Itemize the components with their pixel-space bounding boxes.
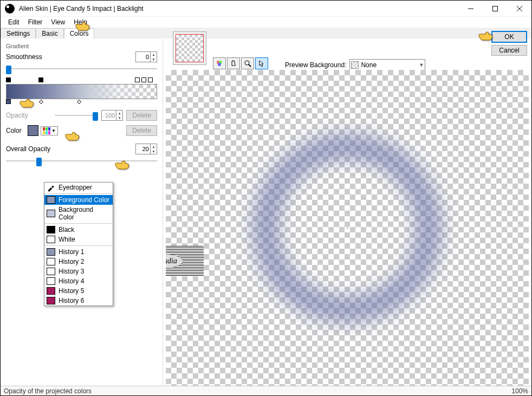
- opacity-delete-button: Delete: [126, 110, 157, 121]
- left-panel: Gradient Smoothness ▲▼: [1, 38, 163, 386]
- menu-black[interactable]: Black: [44, 225, 113, 235]
- svg-point-6: [218, 63, 221, 66]
- menu-history-3[interactable]: History 3: [44, 267, 113, 276]
- preview-bg-label: Preview Background:: [285, 61, 346, 69]
- opacity-input: [102, 112, 116, 119]
- tab-strip: Settings Basic Colors: [1, 28, 531, 38]
- tool-zoom[interactable]: [241, 57, 254, 69]
- color-dropdown-popup: Eyedropper Foreground Color Background C…: [44, 182, 113, 306]
- tool-color-picker[interactable]: [213, 57, 226, 69]
- overall-opacity-slider[interactable]: [6, 157, 157, 165]
- opacity-spinner[interactable]: ▲▼: [101, 110, 123, 121]
- svg-line-8: [249, 64, 251, 67]
- minimize-button[interactable]: [458, 1, 483, 17]
- spin-up-icon[interactable]: ▲: [151, 52, 157, 57]
- svg-rect-1: [492, 6, 497, 11]
- close-button[interactable]: [507, 1, 531, 17]
- menu-view[interactable]: View: [47, 17, 69, 27]
- menu-edit[interactable]: Edit: [4, 17, 24, 27]
- preview-topbar: Preview Background: None ▼ OK Cancel: [163, 38, 531, 66]
- preview-canvas[interactable]: ⬝ claudia: [166, 70, 529, 386]
- window-title: Alien Skin | Eye Candy 5 Impact | Backli…: [19, 5, 458, 12]
- menu-filter[interactable]: Filter: [24, 17, 47, 27]
- zoom-level: 100%: [511, 387, 528, 395]
- color-label: Color: [6, 127, 28, 134]
- preview-thumbnail[interactable]: [173, 31, 206, 65]
- color-swatch[interactable]: [28, 125, 38, 136]
- gradient-top-stops[interactable]: [6, 77, 157, 84]
- preview-bg-swatch-icon: [351, 61, 359, 69]
- menu-history-2[interactable]: History 2: [44, 257, 113, 267]
- menu-history-5[interactable]: History 5: [44, 286, 113, 296]
- menu-history-4[interactable]: History 4: [44, 276, 113, 286]
- status-text: Opacity of the projected colors: [4, 387, 92, 395]
- watermark: claudia: [166, 246, 204, 276]
- tab-colors[interactable]: Colors: [64, 28, 95, 39]
- smoothness-spinner[interactable]: ▲▼: [135, 51, 157, 62]
- status-bar: Opacity of the projected colors 100%: [1, 386, 531, 395]
- menu-background-color[interactable]: Background Color: [44, 205, 113, 222]
- menu-history-1[interactable]: History 1: [44, 247, 113, 257]
- app-icon: [5, 4, 15, 14]
- spin-down-icon[interactable]: ▼: [151, 57, 157, 62]
- svg-point-7: [245, 61, 249, 65]
- tool-pointer[interactable]: [255, 57, 268, 69]
- menu-help[interactable]: Help: [69, 17, 92, 27]
- foreground-swatch: [47, 196, 55, 204]
- gradient-bottom-stops[interactable]: [6, 99, 157, 107]
- right-panel: Preview Background: None ▼ OK Cancel ⬝ c…: [163, 38, 531, 386]
- gradient-group-label: Gradient: [6, 43, 157, 49]
- smoothness-label: Smoothness: [6, 53, 55, 61]
- dropdown-arrow-icon: ▼: [51, 128, 56, 133]
- cancel-button[interactable]: Cancel: [491, 45, 527, 56]
- tab-basic[interactable]: Basic: [36, 28, 63, 38]
- preview-bg-combo[interactable]: None ▼: [349, 59, 425, 70]
- menu-white[interactable]: White: [44, 235, 113, 244]
- ok-button[interactable]: OK: [491, 31, 527, 43]
- eyedropper-icon: [47, 184, 55, 191]
- title-bar: Alien Skin | Eye Candy 5 Impact | Backli…: [1, 1, 531, 17]
- smoothness-input[interactable]: [136, 54, 150, 60]
- overall-opacity-spinner[interactable]: ▲▼: [135, 144, 157, 154]
- background-swatch: [47, 210, 55, 217]
- tab-settings[interactable]: Settings: [1, 28, 36, 38]
- menu-history-6[interactable]: History 6: [44, 296, 113, 306]
- tool-hand[interactable]: [227, 57, 240, 69]
- menu-eyedropper[interactable]: Eyedropper: [44, 183, 113, 192]
- overall-opacity-input[interactable]: [136, 146, 150, 152]
- opacity-label: Opacity: [6, 112, 55, 119]
- chevron-down-icon: ▼: [419, 62, 424, 68]
- color-picker-button[interactable]: ▼: [41, 126, 58, 135]
- overall-opacity-label: Overall Opacity: [6, 145, 55, 153]
- menu-bar: Edit Filter View Help: [1, 17, 531, 28]
- opacity-slider[interactable]: [55, 111, 98, 120]
- gradient-preview[interactable]: [6, 84, 157, 99]
- smoothness-slider[interactable]: [6, 64, 157, 73]
- maximize-button[interactable]: [483, 1, 507, 17]
- center-marker-icon: ⬝: [346, 225, 349, 231]
- menu-foreground-color[interactable]: Foreground Color: [44, 195, 113, 205]
- color-delete-button: Delete: [126, 125, 157, 136]
